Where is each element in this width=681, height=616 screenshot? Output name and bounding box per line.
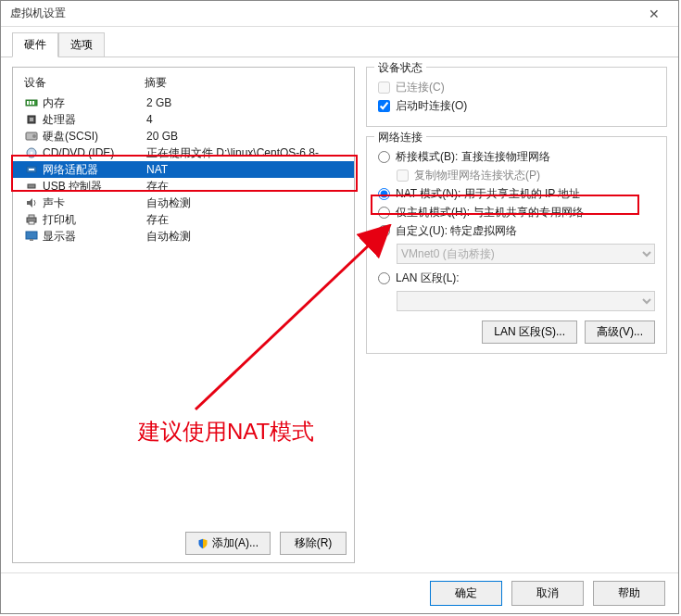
display-icon [24, 230, 39, 243]
device-name: 处理器 [43, 112, 146, 128]
radio-nat-row[interactable]: NAT 模式(N): 用于共享主机的 IP 地址 [378, 186, 655, 202]
remove-device-button[interactable]: 移除(R) [280, 532, 347, 555]
device-table: 内存2 GB处理器4硬盘(SCSI)20 GBCD/DVD (IDE)正在使用文… [13, 94, 354, 526]
svg-rect-15 [29, 221, 34, 224]
svg-rect-11 [29, 169, 34, 170]
device-name: 网络适配器 [43, 162, 146, 178]
device-summary: 存在 [146, 212, 343, 228]
ok-button[interactable]: 确定 [430, 581, 502, 606]
device-summary: 2 GB [146, 96, 343, 109]
printer-icon [24, 213, 39, 226]
svg-rect-5 [30, 118, 33, 121]
svg-point-9 [31, 152, 33, 155]
memory-icon [24, 96, 39, 109]
device-summary: 4 [146, 113, 343, 126]
device-name: 显示器 [43, 229, 146, 245]
device-summary: 20 GB [146, 130, 343, 143]
content-area: 设备 摘要 内存2 GB处理器4硬盘(SCSI)20 GBCD/DVD (IDE… [1, 57, 678, 572]
radio-bridged-row[interactable]: 桥接模式(B): 直接连接物理网络 [378, 149, 655, 165]
disc-icon [24, 146, 39, 159]
radio-custom[interactable] [378, 225, 390, 237]
radio-hostonly-row[interactable]: 仅主机模式(H): 与主机共享的专用网络 [378, 205, 655, 220]
lan-segment-combo [397, 291, 655, 311]
add-device-button[interactable]: 添加(A)... [185, 532, 271, 555]
device-name: 硬盘(SCSI) [43, 129, 146, 145]
device-summary: 正在使用文件 D:\linux\CentOS-6.8-... [146, 145, 343, 161]
checkbox-connect-on-power-row[interactable]: 启动时连接(O) [378, 98, 655, 114]
checkbox-replicate-label: 复制物理网络连接状态(P) [414, 168, 540, 183]
device-name: 打印机 [43, 212, 146, 228]
radio-nat-label: NAT 模式(N): 用于共享主机的 IP 地址 [396, 186, 580, 202]
tab-options[interactable]: 选项 [58, 32, 105, 57]
radio-lan-row[interactable]: LAN 区段(L): [378, 270, 655, 286]
checkbox-connected-label: 已连接(C) [396, 80, 445, 95]
titlebar: 虚拟机设置 ✕ [1, 1, 678, 27]
device-row-display[interactable]: 显示器自动检测 [13, 228, 354, 245]
device-row-printer[interactable]: 打印机存在 [13, 211, 354, 228]
lan-combo-wrap [397, 289, 655, 315]
checkbox-replicate-row: 复制物理网络连接状态(P) [397, 168, 655, 183]
device-row-nic[interactable]: 网络适配器NAT [13, 161, 354, 178]
checkbox-replicate [397, 170, 409, 182]
svg-rect-14 [29, 215, 34, 218]
device-buttons-row: 添加(A)... 移除(R) [13, 526, 354, 557]
radio-hostonly-label: 仅主机模式(H): 与主机共享的专用网络 [396, 205, 584, 220]
dialog-footer: 确定 取消 帮助 [1, 572, 678, 613]
checkbox-connected-row: 已连接(C) [378, 80, 655, 95]
usb-icon [24, 180, 39, 193]
radio-nat[interactable] [378, 188, 390, 200]
svg-rect-12 [28, 184, 35, 188]
device-list-panel: 设备 摘要 内存2 GB处理器4硬盘(SCSI)20 GBCD/DVD (IDE… [12, 67, 355, 563]
right-panel: 设备状态 已连接(C) 启动时连接(O) 网络连接 桥接模式(B): 直接连接物… [366, 67, 667, 563]
radio-hostonly[interactable] [378, 207, 390, 219]
device-name: 内存 [43, 95, 146, 111]
window-title: 虚拟机设置 [10, 6, 66, 21]
cpu-icon [24, 113, 39, 126]
svg-point-7 [32, 134, 36, 138]
svg-rect-16 [26, 232, 37, 239]
add-device-label: 添加(A)... [212, 535, 259, 551]
device-row-usb[interactable]: USB 控制器存在 [13, 178, 354, 195]
svg-rect-1 [27, 101, 29, 105]
tab-hardware[interactable]: 硬件 [12, 32, 58, 57]
custom-vmnet-combo: VMnet0 (自动桥接) [397, 244, 655, 264]
col-summary-header: 摘要 [145, 75, 167, 91]
lan-segments-button[interactable]: LAN 区段(S)... [482, 321, 577, 344]
advanced-button[interactable]: 高级(V)... [585, 321, 655, 344]
device-row-memory[interactable]: 内存2 GB [13, 94, 354, 111]
custom-combo-wrap: VMnet0 (自动桥接) [397, 242, 655, 268]
svg-rect-3 [32, 101, 34, 105]
group-status-title: 设备状态 [374, 60, 426, 76]
radio-lan-label: LAN 区段(L): [396, 270, 460, 286]
nic-icon [24, 163, 39, 176]
hdd-icon [24, 130, 39, 143]
vm-settings-window: 虚拟机设置 ✕ 硬件 选项 设备 摘要 内存2 GB处理器4硬盘(SCSI)20… [0, 0, 679, 614]
device-row-hdd[interactable]: 硬盘(SCSI)20 GB [13, 128, 354, 145]
help-button[interactable]: 帮助 [593, 581, 665, 606]
device-row-cpu[interactable]: 处理器4 [13, 111, 354, 128]
device-table-header: 设备 摘要 [13, 73, 354, 94]
group-net-title: 网络连接 [374, 130, 426, 145]
radio-bridged[interactable] [378, 151, 390, 163]
device-name: 声卡 [43, 195, 146, 211]
radio-custom-row[interactable]: 自定义(U): 特定虚拟网络 [378, 223, 655, 239]
device-row-disc[interactable]: CD/DVD (IDE)正在使用文件 D:\linux\CentOS-6.8-.… [13, 145, 354, 161]
col-device-header: 设备 [24, 75, 145, 91]
checkbox-connect-on-power[interactable] [378, 100, 390, 112]
radio-lan-segment[interactable] [378, 272, 390, 284]
shield-icon [197, 538, 208, 549]
svg-rect-17 [30, 239, 33, 241]
group-network-connection: 网络连接 桥接模式(B): 直接连接物理网络 复制物理网络连接状态(P) NAT… [366, 136, 667, 354]
cancel-button[interactable]: 取消 [511, 581, 584, 606]
device-summary: 自动检测 [146, 195, 343, 211]
checkbox-connect-on-power-label: 启动时连接(O) [396, 98, 467, 114]
checkbox-connected [378, 82, 390, 94]
close-icon[interactable]: ✕ [637, 6, 671, 21]
device-row-sound[interactable]: 声卡自动检测 [13, 195, 354, 211]
radio-bridged-label: 桥接模式(B): 直接连接物理网络 [396, 149, 550, 165]
device-name: CD/DVD (IDE) [43, 146, 146, 159]
device-summary: 存在 [146, 179, 343, 195]
tab-strip: 硬件 选项 [1, 27, 678, 57]
svg-rect-2 [30, 101, 32, 105]
device-summary: 自动检测 [146, 229, 343, 245]
